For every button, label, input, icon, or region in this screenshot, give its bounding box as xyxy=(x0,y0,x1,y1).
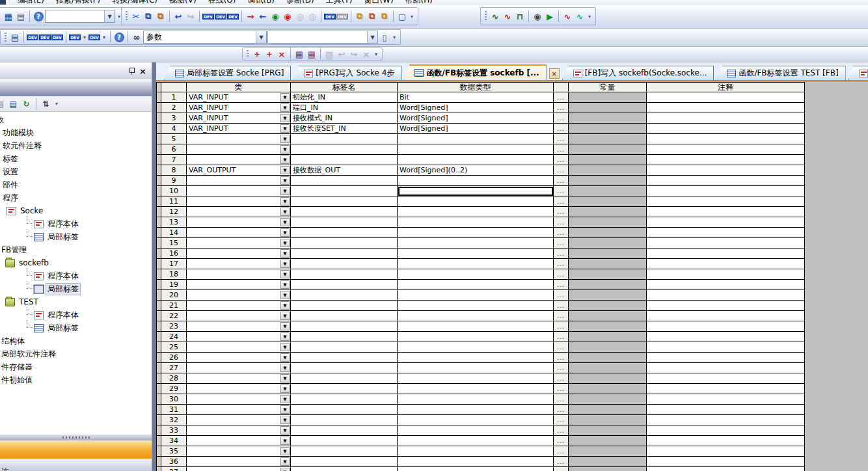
class-dropdown-icon[interactable]: ▼ xyxy=(280,332,290,341)
doc-preview-icon[interactable]: ▯ xyxy=(379,31,390,43)
cell-label-name[interactable]: 端口_IN xyxy=(291,103,398,113)
browse-button[interactable]: ... xyxy=(554,467,569,471)
row-indicator[interactable] xyxy=(156,186,161,196)
cell-data-type[interactable] xyxy=(398,436,554,446)
browse-button[interactable]: ... xyxy=(554,259,569,269)
row-indicator[interactable] xyxy=(156,134,161,144)
row-number[interactable]: 18 xyxy=(161,269,187,280)
row-indicator[interactable] xyxy=(156,405,161,415)
row-number[interactable]: 10 xyxy=(161,186,187,196)
row-indicator[interactable] xyxy=(156,342,161,353)
keyword-combobox[interactable]: ▼ xyxy=(267,31,378,44)
row-indicator[interactable] xyxy=(156,394,161,405)
document-tab[interactable]: [FB]写入 TES xyxy=(848,66,868,80)
history-combobox[interactable]: ▼ xyxy=(45,10,115,23)
cell-class[interactable]: ▼ xyxy=(187,373,291,384)
browse-button[interactable]: ... xyxy=(554,103,569,113)
cell-comment[interactable] xyxy=(647,311,805,321)
row-number[interactable]: 37 xyxy=(161,467,187,471)
browse-button[interactable]: ... xyxy=(554,332,569,342)
class-dropdown-icon[interactable]: ▼ xyxy=(280,155,290,164)
browse-button[interactable]: ... xyxy=(554,207,569,217)
cell-class[interactable]: ▼ xyxy=(187,196,291,207)
row-indicator[interactable] xyxy=(156,373,161,384)
cell-class[interactable]: ▼ xyxy=(187,353,291,363)
cell-data-type[interactable] xyxy=(398,207,554,217)
cell-class[interactable]: ▼ xyxy=(187,467,291,471)
cell-class[interactable]: ▼ xyxy=(187,342,291,353)
class-dropdown-icon[interactable]: ▼ xyxy=(280,343,290,351)
row-number[interactable]: 33 xyxy=(161,425,187,436)
cell-data-type[interactable] xyxy=(398,332,554,342)
cell-label-name[interactable] xyxy=(291,280,398,290)
menu-item[interactable]: 视图(V) xyxy=(163,0,202,5)
cell-comment[interactable] xyxy=(647,176,805,186)
row-indicator[interactable] xyxy=(156,280,161,290)
row-indicator[interactable] xyxy=(156,228,161,238)
cell-label-name[interactable] xyxy=(291,238,398,249)
class-dropdown-icon[interactable]: ▼ xyxy=(280,457,290,466)
cell-label-name[interactable]: 初始化_IN xyxy=(291,92,398,103)
column-header-data-type[interactable]: 数据类型 xyxy=(398,82,554,92)
cell-class[interactable]: VAR_INPUT▼ xyxy=(187,92,291,103)
tree-item-程序本体[interactable]: 程序本体 xyxy=(0,269,152,282)
device-display-on-icon[interactable]: DEV xyxy=(324,10,336,22)
cell-data-type[interactable]: Bit xyxy=(398,92,554,103)
cell-data-type[interactable] xyxy=(398,238,554,249)
browse-button[interactable]: ... xyxy=(554,217,569,228)
cell-label-name[interactable] xyxy=(291,342,398,353)
document-tab[interactable]: 函数/FB标签设置 TEST [FB] xyxy=(716,66,845,80)
cell-comment[interactable] xyxy=(647,165,805,176)
browse-button[interactable]: ... xyxy=(554,290,569,301)
cell-comment[interactable] xyxy=(647,155,805,165)
fb-register-icon[interactable]: ▦ xyxy=(293,48,305,60)
cell-data-type[interactable] xyxy=(398,457,554,467)
row-number[interactable]: 5 xyxy=(161,134,187,144)
row-indicator[interactable] xyxy=(156,207,161,217)
browse-button[interactable]: ... xyxy=(554,457,569,467)
row-indicator[interactable] xyxy=(156,384,161,394)
partial-icon[interactable]: ▧ xyxy=(0,98,6,109)
cell-data-type[interactable] xyxy=(398,280,554,290)
row-number[interactable]: 1 xyxy=(161,92,187,103)
row-indicator[interactable] xyxy=(156,144,161,155)
cell-class[interactable]: ▼ xyxy=(187,134,291,144)
cell-class[interactable]: ▼ xyxy=(187,186,291,196)
column-header-constant[interactable]: 常量 xyxy=(569,82,647,92)
redo-icon[interactable]: ↪ xyxy=(185,10,197,22)
cell-comment[interactable] xyxy=(647,394,805,405)
cell-label-name[interactable] xyxy=(291,155,398,165)
cell-comment[interactable] xyxy=(647,457,805,467)
pin-icon[interactable] xyxy=(129,68,134,75)
toolbar-grip[interactable] xyxy=(247,50,249,57)
redo-edit-icon[interactable]: ↪ xyxy=(348,48,360,60)
cell-label-name[interactable] xyxy=(291,301,398,311)
cell-data-type[interactable] xyxy=(398,269,554,280)
menu-item[interactable]: 调试(B) xyxy=(241,0,280,5)
row-number[interactable]: 36 xyxy=(161,457,187,467)
browse-button[interactable]: ... xyxy=(554,186,569,196)
tree-item-软元件注释[interactable]: 软元件注释 xyxy=(0,139,152,152)
cell-data-type[interactable] xyxy=(398,415,554,425)
cell-class[interactable]: ▼ xyxy=(187,384,291,394)
insert-row-below-icon[interactable]: ＋ xyxy=(264,48,275,60)
trace-exec-icon[interactable]: ▶ xyxy=(544,10,556,22)
cell-class[interactable]: ▼ xyxy=(187,405,291,415)
browse-button[interactable]: ... xyxy=(554,353,569,363)
cell-comment[interactable] xyxy=(647,92,805,103)
tree-item-件存储器[interactable]: 件存储器 xyxy=(0,360,152,373)
row-indicator[interactable] xyxy=(156,301,161,311)
menu-item[interactable]: 编辑(E) xyxy=(12,0,50,5)
row-number[interactable]: 3 xyxy=(161,113,187,124)
cell-comment[interactable] xyxy=(647,301,805,311)
tree-item-FB管理[interactable]: FB管理 xyxy=(0,243,152,256)
cell-comment[interactable] xyxy=(647,259,805,269)
class-dropdown-icon[interactable]: ▼ xyxy=(280,114,290,122)
row-indicator[interactable] xyxy=(156,124,161,134)
cell-class[interactable]: ▼ xyxy=(187,415,291,425)
class-dropdown-icon[interactable]: ▼ xyxy=(280,416,290,424)
undo-icon[interactable]: ↩ xyxy=(172,10,184,22)
menu-item[interactable]: 转换/编译(C) xyxy=(106,0,163,5)
toolbar-grip[interactable] xyxy=(5,33,7,42)
cell-data-type[interactable]: Word[Signed] xyxy=(398,124,554,134)
